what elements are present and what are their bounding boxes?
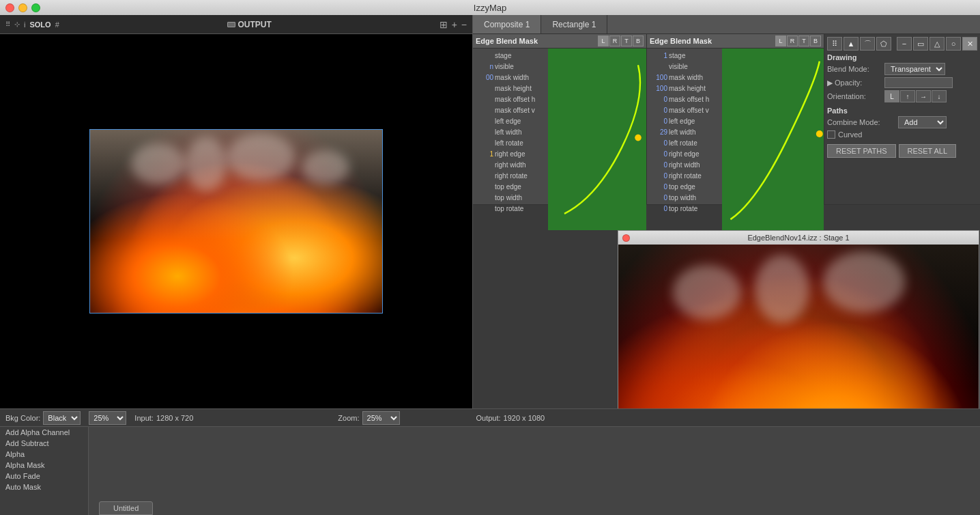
lrtb-t-right[interactable]: T <box>798 36 809 46</box>
reset-paths-btn[interactable]: RESET PATHS <box>827 144 896 158</box>
opacity-row: ▶ Opacity: <box>827 77 977 88</box>
input-value: 1280 x 720 <box>156 414 193 422</box>
draw-tri2-btn[interactable]: △ <box>929 37 945 51</box>
draw-move-btn[interactable]: ⠿ <box>827 37 842 51</box>
status-bar: Bkg Color: Black White 25% 50% 100% Inpu… <box>0 408 980 426</box>
list-item-auto-mask[interactable]: Auto Mask <box>0 482 88 492</box>
orient-right-btn[interactable]: → <box>916 90 931 102</box>
main-container: ⠿ ⊹ i SOLO # OUTPUT ⊞ + − <box>0 15 980 515</box>
output-label: OUTPUT <box>227 20 272 29</box>
bottom-area: Add Alpha Channel Add Subtract Alpha Alp… <box>0 426 980 515</box>
blend-mode-row: Blend Mode: Transparent Add Multiply <box>827 63 977 75</box>
draw-circle-btn[interactable]: ○ <box>946 37 961 51</box>
list-item-alpha-mask[interactable]: Alpha Mask <box>0 460 88 471</box>
lrtb-b-left[interactable]: B <box>633 36 644 46</box>
draw-bezier-btn[interactable]: ⌒ <box>860 37 875 51</box>
edge-blend-title-left: Edge Blend Mask <box>476 37 538 45</box>
draw-minus-btn[interactable]: − <box>897 37 912 51</box>
edge-blend-header-right: Edge Blend Mask L R T B <box>647 34 824 48</box>
zoom-select[interactable]: 25% 50% 100% <box>362 411 400 425</box>
edge-blend-body-right: 1stage visible 100mask width 100mask hei… <box>647 48 824 236</box>
edge-blend-params-right: 1stage visible 100mask width 100mask hei… <box>647 48 722 236</box>
drawing-toolbar: ⠿ ▲ ⌒ ⬠ − ▭ △ ○ ✕ <box>827 37 977 51</box>
draw-rect-btn[interactable]: ▭ <box>913 37 928 51</box>
output-dot-icon <box>227 22 235 27</box>
stage-close-btn[interactable] <box>622 234 630 242</box>
input-label: Input: <box>134 414 154 422</box>
draw-polygon-btn[interactable]: ⬠ <box>876 37 891 51</box>
drawing-panel: ⠿ ▲ ⌒ ⬠ − ▭ △ ○ ✕ Drawing Blend Mode: <box>824 34 980 204</box>
info-icon: i <box>24 20 25 29</box>
lrtb-b-right[interactable]: B <box>810 36 821 46</box>
lrtb-l-left[interactable]: L <box>598 36 609 46</box>
zoom1-select[interactable]: 25% 50% 100% <box>89 411 126 425</box>
output-text: OUTPUT <box>238 20 272 29</box>
opacity-input[interactable] <box>884 77 953 88</box>
plus-btn[interactable]: + <box>452 19 457 30</box>
dash-btn[interactable]: − <box>461 19 467 30</box>
action-btns: RESET PATHS RESET ALL <box>827 144 977 158</box>
combine-row: Combine Mode: Add Subtract <box>827 116 977 128</box>
app-title: IzzyMap <box>474 3 506 13</box>
curved-row: Curved <box>827 130 977 139</box>
orientation-row: Orientation: L ↑ → ↓ <box>827 90 977 102</box>
draw-separator1 <box>893 37 895 51</box>
orient-btns: L ↑ → ↓ <box>884 90 947 102</box>
reset-all-btn[interactable]: RESET ALL <box>899 144 957 158</box>
lrtb-r-left[interactable]: R <box>609 36 620 46</box>
list-item-alpha[interactable]: Alpha <box>0 449 88 460</box>
tab-rectangle1[interactable]: Rectangle 1 <box>541 15 607 33</box>
orient-up-btn[interactable]: ↑ <box>900 90 915 102</box>
titlebar: IzzyMap <box>0 0 980 15</box>
drawing-section-title: Drawing <box>827 53 977 61</box>
output-canvas <box>0 34 472 408</box>
lrtb-r-right[interactable]: R <box>787 36 798 46</box>
edge-blend-curve-left <box>548 48 646 230</box>
lrtb-buttons-left: L R T B <box>598 36 644 46</box>
list-item-add-subtract[interactable]: Add Subtract <box>0 438 88 449</box>
lrtb-l-right[interactable]: L <box>775 36 786 46</box>
maximize-button[interactable] <box>31 3 40 12</box>
orient-l-btn[interactable]: L <box>884 90 899 102</box>
bkg-color-label: Bkg Color: <box>5 414 40 422</box>
grid-icon: ⊞ <box>439 19 448 30</box>
edge-blend-title-right: Edge Blend Mask <box>650 37 712 45</box>
close-button[interactable] <box>5 3 14 12</box>
list-item-auto-fade[interactable]: Auto Fade <box>0 471 88 482</box>
combine-select[interactable]: Add Subtract <box>898 116 947 128</box>
lrtb-t-left[interactable]: T <box>621 36 632 46</box>
lrtb-buttons-right: L R T B <box>775 36 821 46</box>
edge-blend-row: Edge Blend Mask L R T B stage nvisible 0… <box>473 34 980 205</box>
draw-triangle-btn[interactable]: ▲ <box>844 37 859 51</box>
blend-mode-select[interactable]: Transparent Add Multiply <box>884 63 945 75</box>
curved-checkbox[interactable] <box>827 130 835 139</box>
tab-composite1-label: Composite 1 <box>484 20 530 29</box>
list-item-add-alpha[interactable]: Add Alpha Channel <box>0 427 88 438</box>
blend-mode-label: Blend Mode: <box>827 65 882 73</box>
orient-down-btn[interactable]: ↓ <box>932 90 947 102</box>
expand-icon: ⊹ <box>14 20 20 28</box>
bkg-color-select[interactable]: Black White <box>43 411 81 425</box>
bkg-color-item: Bkg Color: Black White <box>5 411 81 425</box>
combine-label: Combine Mode: <box>827 118 895 126</box>
top-area: ⠿ ⊹ i SOLO # OUTPUT ⊞ + − <box>0 15 980 408</box>
edge-blend-body-left: stage nvisible 00mask width mask height … <box>473 48 646 230</box>
hash-label[interactable]: # <box>55 20 59 29</box>
paths-section: Paths Combine Mode: Add Subtract Curved <box>827 107 977 139</box>
opacity-label[interactable]: ▶ Opacity: <box>827 79 882 87</box>
tab-rectangle1-label: Rectangle 1 <box>552 20 596 29</box>
output-status-value: 1920 x 1080 <box>504 414 545 422</box>
draw-close-btn[interactable]: ✕ <box>962 37 977 51</box>
fire-canvas <box>90 130 382 313</box>
untitled-tab[interactable]: Untitled <box>99 501 153 515</box>
stage-content <box>618 245 979 408</box>
solo-label[interactable]: SOLO <box>29 20 51 29</box>
bottom-main: Untitled <box>89 427 980 515</box>
output-header-right: ⊞ + − <box>439 19 467 30</box>
output-header: ⠿ ⊹ i SOLO # OUTPUT ⊞ + − <box>0 15 472 34</box>
zoom1-item: 25% 50% 100% <box>89 411 126 425</box>
curved-label: Curved <box>838 130 862 139</box>
tab-composite1[interactable]: Composite 1 <box>473 15 541 33</box>
minimize-button[interactable] <box>18 3 27 12</box>
edge-blend-curve-right <box>722 48 824 236</box>
